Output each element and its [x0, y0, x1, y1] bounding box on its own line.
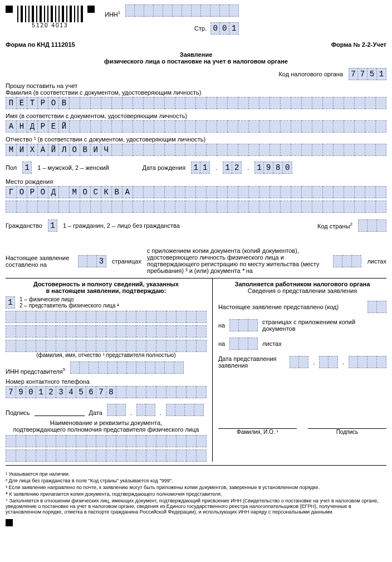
sign-date-y[interactable]	[166, 404, 204, 416]
name-field[interactable]: АНДРЕЙ	[6, 120, 386, 133]
dob-month[interactable]: 12	[223, 162, 242, 174]
patronymic-label: Отчество ¹ (в соответствии с документом,…	[6, 136, 386, 143]
citizenship-field[interactable]: 1	[48, 219, 57, 232]
name-label: Имя (в соответствии с документом, удосто…	[6, 113, 386, 119]
pages-attach: страницах с приложением копий документов	[262, 319, 386, 332]
rep-fio-1[interactable]	[6, 311, 207, 323]
inn-label: ИНН1	[105, 11, 120, 18]
right-date-label: Дата представления заявления	[218, 355, 285, 369]
doc-field-2[interactable]	[6, 449, 207, 462]
bottom-marker	[6, 519, 13, 526]
patronymic-field[interactable]: МИХАЙЛОВИЧ	[6, 144, 386, 156]
signature-line[interactable]	[35, 406, 85, 416]
birthplace-field-1[interactable]: ГОРОД МОСКВА	[6, 186, 386, 198]
right-fio-label: Фамилия, И.О. ¹	[218, 429, 297, 435]
on1: на	[218, 322, 225, 329]
sheets-unit: листах	[367, 258, 386, 265]
attach-text: с приложением копии документа (копий док…	[147, 247, 327, 275]
left-title1: Достоверность и полноту сведений, указан…	[6, 281, 207, 287]
sex-field[interactable]: 1	[22, 162, 32, 174]
title-line1: Заявление	[6, 51, 386, 58]
inn-rep-label: ИНН представителя5	[6, 368, 65, 375]
right-sign-label: Подпись	[308, 429, 386, 435]
country-field[interactable]	[358, 219, 386, 232]
phone-label: Номер контактного телефона	[6, 378, 207, 385]
page-label: Стр.	[194, 25, 207, 32]
rep-fio-3[interactable]	[6, 340, 207, 352]
inn-field[interactable]	[125, 4, 239, 17]
doc-title: Наименование и реквизиты документа,	[6, 419, 207, 426]
right-title: Заполняется работником налогового органа	[218, 281, 386, 287]
surname-field[interactable]: ПЕТРОВ	[6, 97, 386, 109]
pages-field[interactable]: 3	[78, 255, 106, 267]
title-line2: физического лица о постановке на учет в …	[6, 58, 386, 65]
form-knd: Форма по КНД 1112015	[6, 41, 75, 48]
sheets-label: листах	[262, 340, 282, 347]
right-fio-line[interactable]	[218, 419, 297, 429]
sign-date-m[interactable]	[136, 404, 155, 416]
submitter-field[interactable]: 1	[6, 296, 15, 309]
right-sign-line[interactable]	[308, 419, 386, 429]
corner-marker-2	[87, 6, 95, 13]
tax-org-label: Код налогового органа	[278, 71, 343, 77]
sex-legend: 1 – мужской, 2 – женский	[37, 164, 109, 171]
sex-label: Пол	[6, 164, 17, 171]
page-field: 001	[210, 22, 239, 35]
country-label: Код страны2	[317, 222, 352, 229]
right-date-d[interactable]	[290, 356, 308, 368]
citizenship-label: Гражданство	[6, 222, 42, 229]
fio-hint: (фамилия, имя, отчество ¹ представителя …	[6, 352, 207, 358]
inn-rep-field[interactable]	[70, 361, 184, 374]
dob-label: Дата рождения	[143, 164, 186, 171]
surname-label: Фамилия (в соответствии с документом, уд…	[6, 89, 386, 96]
sign-label: Подпись	[6, 409, 30, 416]
dob-year[interactable]: 1980	[254, 162, 292, 174]
corner-marker	[6, 6, 13, 13]
barcode: 5120 4013	[17, 6, 83, 28]
birthplace-field-2[interactable]	[6, 201, 386, 213]
birthplace-label: Место рождения	[6, 178, 386, 185]
doc-title2: подтверждающего полномочия представителя…	[6, 426, 207, 433]
right-date-m[interactable]	[319, 356, 338, 368]
pages-unit: страницах	[112, 258, 141, 265]
rep-fio-2[interactable]	[6, 325, 207, 338]
pages-prefix: Настоящее заявление составлено на	[6, 255, 72, 268]
sign-date-d[interactable]	[107, 404, 126, 416]
citizenship-legend: 1 – гражданин, 2 – лицо без гражданства	[63, 222, 180, 229]
submitter-legend: 1 – физическое лицо 2 – представитель фи…	[19, 296, 119, 309]
form-number: Форма № 2-2-Учет	[331, 41, 386, 48]
date-label: Дата	[89, 409, 102, 416]
right-sub: Сведения о представлении заявления	[218, 287, 386, 294]
phone-field[interactable]: 79012345678	[6, 386, 207, 398]
doc-field-1[interactable]	[6, 435, 207, 447]
sheets-field[interactable]	[333, 255, 361, 267]
dob-day[interactable]: 11	[191, 162, 210, 174]
right-sheets[interactable]	[229, 338, 258, 350]
presented-code[interactable]	[367, 301, 386, 313]
left-title2: в настоящем заявлении, подтверждаю:	[6, 287, 207, 294]
request-line: Прошу поставить на учет	[6, 82, 386, 89]
footnotes: ¹ Указывается при наличии. ² Для лица бе…	[6, 471, 386, 515]
right-pages[interactable]	[229, 319, 258, 331]
right-date-y[interactable]	[349, 356, 386, 368]
presented-label: Настоящее заявление представлено (код)	[218, 304, 363, 310]
on2: на	[218, 340, 225, 347]
tax-org-field[interactable]: 7751	[349, 68, 386, 80]
